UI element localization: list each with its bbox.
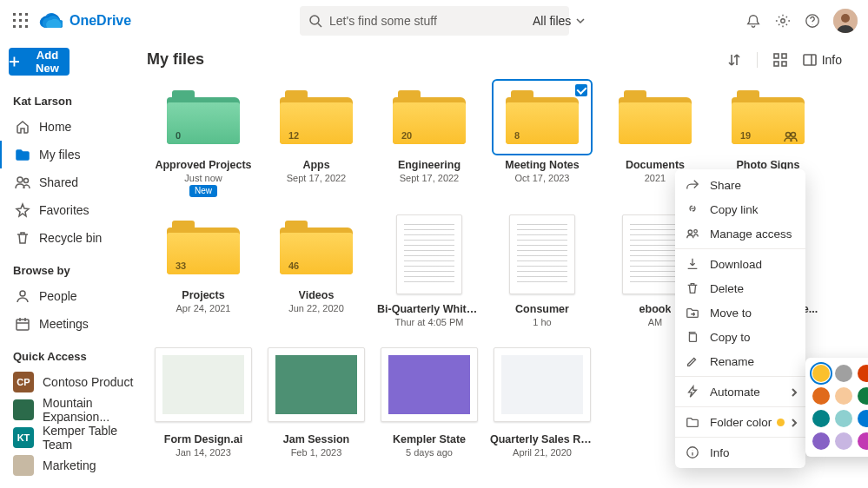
sidebar-section-quick[interactable]: Quick Access: [0, 338, 147, 368]
folder-icon: 20: [393, 90, 466, 144]
settings-icon[interactable]: [769, 7, 797, 35]
quick-access-item[interactable]: Marketing: [0, 452, 147, 479]
quick-access-badge: CP: [13, 372, 34, 392]
tile-meta: Just now: [184, 173, 222, 183]
folder-tile[interactable]: 46 Videos Jun 22, 2020: [260, 211, 373, 327]
file-tile[interactable]: Consumer 1 ho: [486, 211, 599, 327]
people-icon: [15, 175, 30, 190]
context-menu-info[interactable]: Info: [675, 440, 805, 465]
tile-name: ebook: [639, 303, 672, 315]
context-menu-automate[interactable]: Automate: [675, 379, 805, 404]
user-avatar[interactable]: [833, 9, 858, 33]
context-menu: Share Copy link Manage access Download D…: [675, 169, 805, 468]
access-icon: [686, 227, 699, 241]
info-pane-button[interactable]: Info: [803, 53, 842, 67]
context-menu-rename[interactable]: Rename: [675, 349, 805, 373]
file-tile[interactable]: Form Design.ai Jan 14, 2023: [147, 341, 260, 458]
svg-rect-19: [774, 54, 779, 58]
folder-icon: [15, 147, 30, 162]
file-tile[interactable]: Bi-Quarterly White... Thur at 4:05 PM: [373, 211, 486, 327]
context-menu-copy-to[interactable]: Copy to: [675, 325, 805, 349]
color-swatch[interactable]: [812, 387, 830, 405]
quick-access-label: Marketing: [43, 458, 96, 472]
tile-name: Meeting Notes: [505, 159, 579, 171]
context-menu-label: Automate: [710, 386, 760, 399]
context-menu-share[interactable]: Share: [675, 173, 805, 197]
tile-name: Consumer: [515, 303, 569, 315]
sidebar-browse-meetings[interactable]: Meetings: [0, 310, 147, 338]
folder-item-count: 46: [288, 260, 299, 271]
color-swatch[interactable]: [858, 365, 868, 382]
color-swatch[interactable]: [858, 387, 868, 405]
context-menu-delete[interactable]: Delete: [675, 276, 805, 300]
color-swatch[interactable]: [835, 410, 852, 427]
sidebar-section-user[interactable]: Kat Larson: [0, 82, 147, 113]
color-swatch[interactable]: [812, 365, 830, 382]
person-icon: [15, 288, 30, 304]
file-tile[interactable]: Kempler State 5 days ago: [373, 341, 486, 458]
brand[interactable]: OneDrive: [38, 9, 131, 33]
sidebar-nav-home[interactable]: Home: [0, 113, 147, 141]
shared-people-icon: [784, 129, 798, 140]
sidebar-nav-my-files[interactable]: My files: [0, 141, 147, 168]
color-swatch[interactable]: [835, 365, 852, 382]
main-pane: My files Info 0 Approved Projects Just n…: [147, 42, 868, 488]
sidebar-nav-shared[interactable]: Shared: [0, 168, 147, 196]
quick-access-item[interactable]: KTKemper Table Team: [0, 424, 147, 452]
document-thumb: [396, 214, 462, 294]
color-swatch[interactable]: [858, 410, 868, 427]
share-icon: [686, 178, 699, 192]
context-menu-label: Manage access: [710, 228, 792, 241]
context-menu-copy-link[interactable]: Copy link: [675, 197, 805, 221]
info-icon: [686, 445, 699, 459]
sidebar-nav-recycle-bin[interactable]: Recycle bin: [0, 224, 147, 252]
rename-icon: [686, 354, 699, 368]
add-new-button[interactable]: Add New: [9, 48, 70, 76]
folder-tile[interactable]: 33 Projects Apr 24, 2021: [147, 211, 260, 327]
svg-rect-23: [804, 55, 816, 65]
color-swatch[interactable]: [858, 432, 868, 450]
sort-button[interactable]: [727, 53, 741, 67]
color-swatch[interactable]: [812, 410, 830, 427]
context-menu-move-to[interactable]: Move to: [675, 300, 805, 325]
new-badge: New: [189, 185, 217, 197]
color-swatch[interactable]: [835, 432, 852, 450]
search-filter-dropdown[interactable]: All files: [522, 6, 595, 36]
svg-rect-21: [774, 62, 779, 66]
folder-tile[interactable]: 20 Engineering Sept 17, 2022: [373, 81, 486, 197]
file-thumb: [494, 347, 591, 422]
sidebar-section-browse[interactable]: Browse by: [0, 252, 147, 282]
moveto-icon: [686, 306, 699, 320]
quick-access-item[interactable]: Mountain Expansion...: [0, 396, 147, 424]
sidebar-browse-people[interactable]: People: [0, 282, 147, 310]
chevron-down-icon: [576, 16, 585, 25]
folder-tile[interactable]: 8 Meeting Notes Oct 17, 2023: [486, 81, 599, 197]
svg-point-15: [17, 177, 23, 182]
svg-point-11: [781, 19, 785, 23]
folder-tile[interactable]: 0 Approved Projects Just now New: [147, 81, 260, 197]
onedrive-cloud-icon: [38, 9, 63, 33]
sidebar-nav-favorites[interactable]: Favorites: [0, 196, 147, 224]
view-toggle-button[interactable]: [773, 53, 787, 67]
context-menu-folder-color[interactable]: Folder color: [675, 410, 805, 434]
context-menu-manage-access[interactable]: Manage access: [675, 221, 805, 246]
svg-rect-2: [25, 13, 28, 16]
more-places-link[interactable]: More places...: [0, 479, 147, 488]
info-pane-label: Info: [822, 53, 842, 67]
main-header: My files Info: [147, 50, 842, 69]
color-swatch[interactable]: [812, 432, 830, 450]
quick-access-item[interactable]: CPContoso Product: [0, 368, 147, 396]
context-menu-label: Share: [710, 179, 741, 192]
svg-rect-22: [782, 62, 786, 66]
app-launcher-icon[interactable]: [7, 7, 35, 35]
file-tile[interactable]: Quarterly Sales Report April 21, 2020: [486, 341, 599, 458]
notifications-icon[interactable]: [739, 7, 767, 35]
folder-tile[interactable]: 12 Apps Sept 17, 2022: [260, 81, 373, 197]
color-swatch[interactable]: [835, 387, 852, 405]
help-icon[interactable]: [798, 7, 826, 35]
folder-item-count: 20: [401, 130, 412, 141]
context-menu-download[interactable]: Download: [675, 252, 805, 276]
file-tile[interactable]: Jam Session Feb 1, 2023: [260, 341, 373, 458]
sidebar-nav-label: Recycle bin: [39, 231, 102, 245]
tile-meta: Feb 1, 2023: [291, 447, 342, 458]
